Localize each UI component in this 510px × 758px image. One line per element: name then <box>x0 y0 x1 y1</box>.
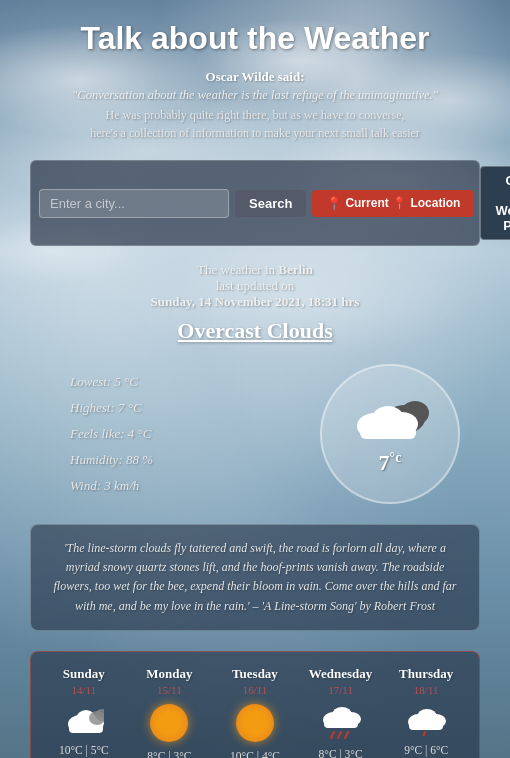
current-location-button[interactable]: 📍 Current 📍 Location <box>312 190 474 217</box>
weather-updated-prefix: last updated on <box>216 278 295 293</box>
poem-box: 'The line-storm clouds fly tattered and … <box>30 524 480 631</box>
svg-rect-9 <box>69 724 103 733</box>
forecast-icon-sunday <box>64 704 104 736</box>
forecast-day-tuesday: Tuesday 16/11 10°C | 4°C <box>212 666 298 758</box>
forecast-day-name-monday: Monday <box>146 666 192 682</box>
forecast-day-name-wednesday: Wednesday <box>309 666 373 682</box>
forecast-temp-sunday: 10°C | 5°C <box>59 744 109 756</box>
weather-highest: Highest: 7 °C <box>70 395 153 421</box>
svg-line-18 <box>345 732 348 738</box>
forecast-date-sunday: 14/11 <box>71 684 96 696</box>
weather-city: Berlin <box>278 262 313 277</box>
pin-icon: 📍 <box>326 196 342 211</box>
forecast-temp-wednesday: 8°C | 3°C <box>319 748 363 758</box>
weather-poem-button[interactable]: Click for Weather Poem <box>480 166 510 240</box>
forecast-icon-tuesday <box>236 704 274 742</box>
svg-rect-15 <box>324 720 358 728</box>
quote-followup-line2: here's a collection of information to ma… <box>30 124 480 142</box>
svg-line-16 <box>331 732 334 738</box>
weather-main: Lowest: 5 °C Highest: 7 °C Feels like: 4… <box>30 364 480 504</box>
poem-text: 'The line-storm clouds fly tattered and … <box>54 541 457 613</box>
forecast-grid: Sunday 14/11 10°C | 5°C Monday 15/11 8°C… <box>41 666 469 758</box>
weather-feels-like: Feels like: 4 °C <box>70 421 153 447</box>
forecast-day-thursday: Thursday 18/11 9°C | 6°C <box>383 666 469 756</box>
forecast-temp-tuesday: 10°C | 4°C <box>230 750 280 758</box>
quote-text: "Conversation about the weather is the l… <box>30 88 480 103</box>
overcast-cloud-icon <box>350 391 430 446</box>
quote-author: Oscar Wilde said: <box>30 69 480 85</box>
svg-rect-22 <box>409 722 443 730</box>
forecast-day-sunday: Sunday 14/11 10°C | 5°C <box>41 666 127 756</box>
weather-stats: Lowest: 5 °C Highest: 7 °C Feels like: 4… <box>70 369 153 499</box>
forecast-day-name-thursday: Thursday <box>399 666 453 682</box>
location-label: Current 📍 Location <box>345 196 460 210</box>
search-input[interactable] <box>39 189 229 218</box>
forecast-date-thursday: 18/11 <box>414 684 439 696</box>
forecast-day-wednesday: Wednesday 17/11 8°C | 3°C <box>298 666 384 758</box>
quote-followup-line1: He was probably quite right there, but a… <box>30 106 480 124</box>
forecast-day-monday: Monday 15/11 8°C | 3°C <box>127 666 213 758</box>
forecast-temp-monday: 8°C | 3°C <box>147 750 191 758</box>
weather-temp: 7°c <box>379 450 402 476</box>
forecast-day-name-sunday: Sunday <box>63 666 105 682</box>
weather-humidity: Humidity: 88 % <box>70 447 153 473</box>
forecast-day-name-tuesday: Tuesday <box>232 666 278 682</box>
weather-header-prefix: The weather in <box>197 262 275 277</box>
forecast-section: Sunday 14/11 10°C | 5°C Monday 15/11 8°C… <box>30 651 480 758</box>
svg-line-23 <box>423 732 425 736</box>
search-button[interactable]: Search <box>235 190 306 217</box>
forecast-icon-thursday <box>405 704 447 736</box>
forecast-icon-wednesday <box>320 704 362 740</box>
weather-wind: Wind: 3 km/h <box>70 473 153 499</box>
forecast-date-tuesday: 16/11 <box>243 684 268 696</box>
page-title: Talk about the Weather <box>30 20 480 57</box>
forecast-icon-monday <box>150 704 188 742</box>
forecast-temp-thursday: 9°C | 6°C <box>404 744 448 756</box>
weather-updated-time: Sunday, 14 November 2021, 18:31 hrs <box>151 294 360 309</box>
weather-lowest: Lowest: 5 °C <box>70 369 153 395</box>
weather-condition: Overcast Clouds <box>30 318 480 344</box>
svg-line-17 <box>338 732 341 738</box>
quote-section: Oscar Wilde said: "Conversation about th… <box>30 69 480 142</box>
search-bar: Search 📍 Current 📍 Location Click for We… <box>30 160 480 246</box>
svg-rect-5 <box>360 426 416 439</box>
forecast-date-monday: 15/11 <box>157 684 182 696</box>
weather-icon-circle: 7°c <box>320 364 460 504</box>
forecast-date-wednesday: 17/11 <box>328 684 353 696</box>
weather-header: The weather in Berlin last updated on Su… <box>30 262 480 310</box>
